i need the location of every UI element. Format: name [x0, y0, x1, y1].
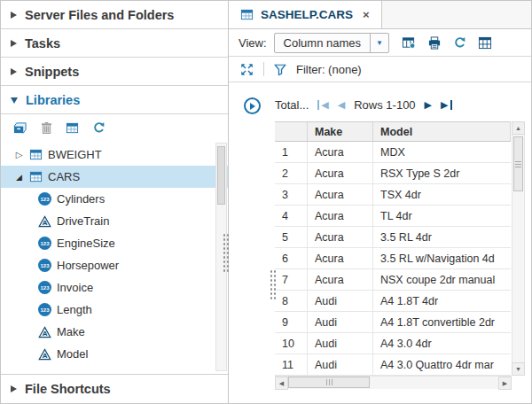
cell-model: NSX coupe 2dr manual [373, 269, 511, 290]
column-header-make[interactable]: Make [308, 122, 373, 141]
section-server-files[interactable]: Server Files and Folders [1, 1, 228, 29]
table-vertical-scrollbar[interactable]: ▲ ▼ [512, 121, 525, 376]
column-header-model[interactable]: Model [373, 122, 511, 141]
scroll-right-icon[interactable]: ▶ [498, 377, 512, 390]
table-row[interactable]: 2 Acura RSX Type S 2dr [275, 163, 511, 184]
toolbar-icon-group [402, 36, 492, 50]
character-column-icon: A [38, 348, 51, 361]
expand-icon[interactable]: ▷ [14, 150, 24, 159]
next-page-icon[interactable]: ▶ [425, 100, 432, 110]
view-label: View: [239, 36, 267, 50]
scroll-up-icon[interactable]: ▲ [512, 121, 525, 135]
chevron-down-icon [11, 97, 18, 104]
tab-sashelp-cars[interactable]: SASHELP.CARS × [229, 1, 382, 28]
numeric-column-icon: 123 [38, 259, 51, 272]
section-file-shortcuts[interactable]: File Shortcuts [1, 374, 228, 403]
table-row[interactable]: 3 Acura TSX 4dr [275, 184, 511, 206]
filter-row: Filter: (none) [229, 57, 531, 82]
print-icon[interactable] [427, 36, 442, 50]
expand-columns-panel-button[interactable] [244, 97, 261, 114]
row-number: 2 [275, 163, 308, 183]
table-icon [29, 170, 43, 183]
table-icon [29, 148, 43, 161]
scrollbar-track[interactable] [512, 135, 525, 362]
refresh-icon[interactable] [92, 121, 106, 135]
numeric-column-icon: 123 [38, 303, 51, 316]
scrollbar-thumb[interactable] [513, 136, 523, 191]
numeric-column-icon: 123 [38, 281, 51, 294]
close-icon[interactable]: × [363, 8, 370, 21]
row-number: 9 [275, 312, 308, 332]
manage-columns-icon[interactable] [478, 36, 492, 50]
new-library-icon[interactable] [12, 121, 27, 135]
table-row[interactable]: 7 Acura NSX coupe 2dr manual [275, 269, 511, 291]
section-snippets[interactable]: Snippets [1, 58, 228, 86]
tree-column-model[interactable]: A Model [1, 343, 228, 365]
cell-model: RSX Type S 2dr [373, 163, 511, 183]
assign-library-icon[interactable] [66, 121, 79, 135]
tree-column-cylinders[interactable]: 123 Cylinders [1, 188, 228, 210]
cell-make: Acura [308, 163, 373, 183]
table-viewer-pane: SASHELP.CARS × View: Column names ▼ [229, 1, 531, 403]
cell-make: Acura [308, 269, 373, 290]
table-row[interactable]: 8 Audi A4 1.8T 4dr [275, 291, 511, 312]
table-row[interactable]: 10 Audi A4 3.0 4dr [275, 333, 511, 354]
columns-panel-splitter-handle[interactable] [270, 269, 277, 301]
chevron-right-icon [11, 68, 17, 75]
section-tasks[interactable]: Tasks [1, 29, 228, 58]
last-page-icon[interactable]: ▶ [441, 100, 451, 110]
collapse-icon[interactable]: ◢ [14, 173, 24, 182]
refresh-icon[interactable] [453, 36, 466, 50]
svg-text:A: A [43, 219, 48, 227]
cell-model: MDX [373, 142, 511, 162]
table-row[interactable]: 6 Acura 3.5 RL w/Navigation 4d [275, 248, 511, 269]
table-row[interactable]: 11 Audi A4 3.0 Quattro 4dr mar [275, 354, 511, 376]
scroll-down-icon[interactable]: ▼ [512, 362, 525, 376]
tree-column-length[interactable]: 123 Length [1, 299, 228, 321]
tab-bar: SASHELP.CARS × [229, 1, 531, 29]
tree-item-label: CARS [48, 170, 80, 183]
rows-area: Make Model 1 Acura MDX 2 Acura RSX Type … [275, 121, 511, 376]
chevron-right-icon [250, 103, 255, 110]
table-row[interactable]: 9 Audi A4 1.8T convertible 2dr [275, 312, 511, 333]
column-label: Make [57, 325, 85, 338]
cell-make: Audi [308, 312, 373, 332]
cell-make: Acura [308, 142, 373, 162]
section-label: Libraries [26, 93, 80, 107]
tree-item-bweight[interactable]: ▷ BWEIGHT [1, 144, 228, 166]
row-number: 1 [275, 142, 308, 162]
tree-column-horsepower[interactable]: 123 Horsepower [1, 254, 228, 276]
tree-column-make[interactable]: A Make [1, 321, 228, 343]
pagination-bar: Total... ◀ ◀ Rows 1-100 ▶ ▶ [275, 91, 525, 118]
tree-item-cars[interactable]: ◢ CARS [1, 166, 228, 188]
tree-column-invoice[interactable]: 123 Invoice [1, 276, 228, 299]
column-label: Cylinders [57, 192, 105, 206]
table-row[interactable]: 5 Acura 3.5 RL 4dr [275, 227, 511, 248]
row-number: 8 [275, 291, 308, 311]
tree-column-enginesize[interactable]: 123 EngineSize [1, 232, 228, 254]
goto-column-icon[interactable] [402, 36, 416, 50]
section-label: Server Files and Folders [25, 8, 174, 22]
table-row[interactable]: 1 Acura MDX [275, 142, 511, 163]
section-libraries[interactable]: Libraries [1, 86, 228, 114]
scrollbar-thumb[interactable] [217, 146, 225, 205]
table-row[interactable]: 4 Acura TL 4dr [275, 206, 511, 227]
first-page-icon[interactable]: ◀ [317, 100, 328, 110]
maximize-view-icon[interactable] [240, 63, 254, 76]
scroll-left-icon[interactable]: ◀ [275, 377, 288, 390]
tree-item-label: BWEIGHT [48, 148, 102, 161]
section-label: Tasks [25, 36, 60, 50]
tree-column-drivetrain[interactable]: A DriveTrain [1, 210, 228, 232]
table-horizontal-scrollbar[interactable]: ◀ ▶ [275, 376, 512, 389]
filter-icon[interactable] [274, 63, 286, 76]
panel-splitter-handle[interactable] [223, 233, 230, 272]
delete-library-icon[interactable] [41, 121, 52, 135]
scrollbar-thumb[interactable] [288, 377, 370, 388]
view-dropdown[interactable]: Column names ▼ [274, 33, 389, 53]
previous-page-icon[interactable]: ◀ [338, 100, 345, 110]
row-number-header [275, 122, 308, 141]
cell-model: A4 1.8T convertible 2dr [373, 312, 511, 332]
cell-make: Acura [308, 248, 373, 268]
divider [263, 62, 264, 76]
column-label: EngineSize [57, 237, 115, 250]
